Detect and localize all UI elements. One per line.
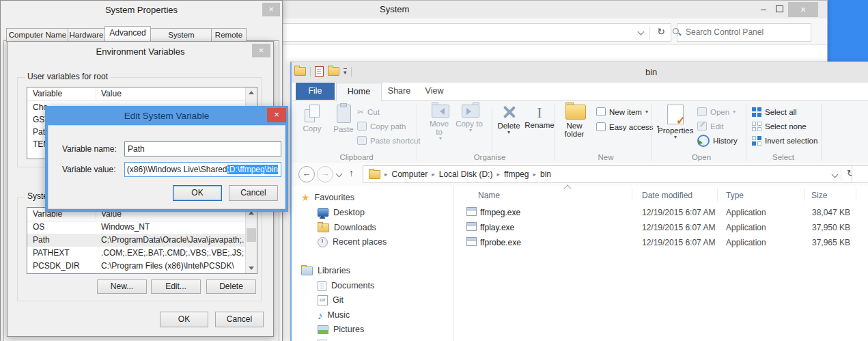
column-header-type[interactable]: Type [726,191,744,200]
sidebar-item-desktop[interactable]: Desktop [318,206,365,219]
ok-button[interactable]: OK [160,312,208,327]
new-item-button[interactable]: New item ▾ [596,105,648,118]
list-item-pcsdk-dir[interactable]: PCSDK_DIRC:\Program Files (x86)\Intel\PC… [27,260,245,273]
variable-value-selected-text: ;D:\ffmpeg\bin [227,165,278,174]
column-header-size[interactable]: Size [811,191,827,200]
close-button[interactable]: × [262,3,280,16]
folder-icon[interactable] [294,67,306,76]
address-bar[interactable]: ↻ [267,23,671,42]
variable-name-input[interactable]: Path [124,141,281,156]
breadcrumb[interactable]: ▸ Computer ▸ Local Disk (D:) ▸ ffmpeg ▸ … [363,165,860,183]
column-header-value[interactable]: Value [101,89,122,98]
file-size: 37,965 KB [790,238,850,247]
forward-button[interactable]: → [317,166,333,182]
breadcrumb-computer[interactable]: Computer [392,169,428,179]
copy-path-button[interactable]: Copy path [357,120,406,133]
rename-button[interactable]: I Rename [522,103,557,150]
paste-button[interactable]: Paste [328,103,359,150]
properties-button[interactable]: ✓ Properties ▾ [658,103,693,150]
cancel-button[interactable]: Cancel [215,312,264,327]
edit-button[interactable]: Edit... [151,279,201,294]
sidebar-item-documents[interactable]: Documents [318,279,374,292]
downloads-icon: ↓ [318,223,329,232]
rename-label: Rename [522,121,557,129]
caret-down-icon: ▾ [456,128,486,133]
folder-icon[interactable] [328,67,339,76]
history-button[interactable]: History [697,134,738,147]
system-variables-list[interactable]: Variable Value OSWindows_NT PathC:\Progr… [27,207,257,274]
history-dropdown-icon[interactable] [336,171,343,178]
new-folder-button[interactable]: New folder [559,103,592,150]
tab-remote[interactable]: Remote [211,28,247,42]
close-button[interactable]: × [788,2,818,17]
cancel-button[interactable]: Cancel [229,185,278,201]
search-box[interactable] [852,165,868,183]
easy-access-button[interactable]: Easy access ▾ [596,120,660,133]
qat-dropdown-icon[interactable]: ▾ [344,68,347,75]
sidebar-item-libraries[interactable]: Libraries [301,264,350,277]
breadcrumb-bin[interactable]: bin [540,169,551,179]
delete-button[interactable]: Delete ▾ [495,103,522,150]
select-none-button[interactable]: Select none [752,120,807,133]
invert-selection-button[interactable]: Invert selection [752,134,817,147]
properties-shortcut-icon[interactable] [315,66,324,77]
refresh-icon[interactable]: ↻ [657,26,665,37]
copy-to-button[interactable]: Copy to ▾ [456,103,486,150]
search-control-panel-input[interactable]: Search Control Panel [677,23,811,42]
minimize-button[interactable]: – [755,2,772,16]
sidebar-label: Documents [331,281,374,290]
sidebar-item-music[interactable]: ♪ Music [318,309,350,321]
scrollbar-thumb[interactable] [247,228,256,242]
close-button[interactable]: × [267,108,286,122]
tab-file[interactable]: File [296,83,335,100]
scroll-up-button[interactable] [246,87,257,98]
scrollbar[interactable] [245,208,257,273]
tab-hardware[interactable]: Hardware [68,28,105,42]
tab-share[interactable]: Share [380,83,418,100]
tab-computer-name[interactable]: Computer Name [6,28,69,42]
open-button[interactable]: Open ▾ [697,105,736,118]
sidebar-item-recent-places[interactable]: Recent places [318,236,387,248]
breadcrumb-ffmpeg[interactable]: ffmpeg [504,169,529,179]
sidebar-item-git[interactable]: GIT Git [318,294,344,306]
sidebar-item-pictures[interactable]: Pictures [318,323,364,336]
list-item-path[interactable]: PathC:\ProgramData\Oracle\Java\javapath;… [27,234,245,247]
list-item-pathext[interactable]: PATHEXT.COM;.EXE;.BAT;.CMD;.VBS;.VBE;.JS… [27,247,245,260]
cut-button[interactable]: ✂ Cut [357,105,380,118]
variable-value-input[interactable]: (x86)\Windows Live\Shared;D:\ffmpeg\bin [124,162,281,177]
scroll-down-button[interactable] [246,263,257,273]
edit-button[interactable]: Edit [697,120,724,133]
desktop-icon [318,208,328,217]
tab-view[interactable]: View [418,83,451,100]
copy-button[interactable]: Copy [297,103,327,150]
tab-system-protection[interactable]: System Protection [150,28,212,42]
paste-shortcut-button[interactable]: Paste shortcut [357,134,421,147]
sidebar-item-downloads[interactable]: ↓ Downloads [318,221,376,234]
search-icon[interactable] [672,27,682,37]
chevron-down-icon[interactable] [638,29,645,36]
crumb-separator: ▸ [496,171,500,178]
column-header-variable[interactable]: Variable [33,89,62,98]
tab-home[interactable]: Home [336,83,382,101]
column-header-name[interactable]: Name [478,191,500,200]
delete-button[interactable]: Delete [206,279,256,294]
quick-access-toolbar: ▾ [294,66,352,77]
address-dropdown-icon[interactable] [832,172,839,178]
maximize-icon[interactable] [776,5,783,12]
system-window-title: System [380,4,409,14]
new-button[interactable]: New... [97,279,147,294]
select-all-button[interactable]: Select all [752,105,797,118]
caret-down-icon: ▾ [495,130,522,135]
list-item-os[interactable]: OSWindows_NT [27,221,245,234]
file-list: Name Date modified Type Size ffmpeg.exe … [456,186,868,341]
breadcrumb-local-disk-d[interactable]: Local Disk (D:) [439,169,493,179]
up-button[interactable]: ↑ [349,167,354,178]
sidebar-item-favourites[interactable]: ★ Favourites [301,191,354,204]
close-button[interactable]: × [252,44,270,57]
column-header-date-modified[interactable]: Date modified [642,191,692,200]
ok-button[interactable]: OK [173,185,222,201]
move-to-button[interactable]: Move to ▾ [425,103,456,150]
sidebar-item-clipped[interactable] [318,338,326,341]
edit-dialog-body: Variable name: Path Variable value: (x86… [48,125,285,209]
back-button[interactable]: ← [298,166,315,182]
